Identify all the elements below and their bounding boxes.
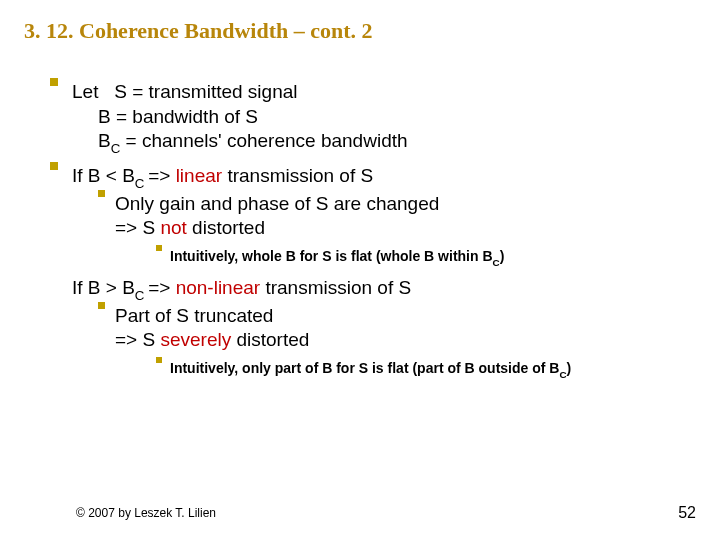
let-bc-sub: C	[111, 141, 121, 156]
linear-red: linear	[176, 165, 222, 186]
nonlinear-pre: If B > B	[72, 277, 135, 298]
square-bullet-icon	[156, 245, 162, 251]
linear-sub1b-post: distorted	[187, 217, 265, 238]
linear-sub1b-red: not	[160, 217, 186, 238]
let-bc-post: = channels' coherence bandwidth	[120, 130, 407, 151]
nonlinear-note: Intuitively, only part of B for S is fla…	[170, 359, 571, 381]
let-block: Let S = transmitted signal	[50, 80, 696, 105]
nonlinear-mid: =>	[148, 277, 175, 298]
let-bc: BC = channels' coherence bandwidth	[98, 129, 696, 156]
square-bullet-icon	[156, 357, 162, 363]
nonlinear-note-row: Intuitively, only part of B for S is fla…	[156, 359, 696, 381]
linear-note: Intuitively, whole B for S is flat (whol…	[170, 247, 504, 269]
let-s: S = transmitted signal	[114, 81, 297, 102]
nonlinear-block: If B > BC => non-linear transmission of …	[72, 276, 696, 303]
nonlinear-sub1: Part of S truncated	[115, 304, 273, 329]
nonlinear-sub1b: => S severely distorted	[115, 328, 696, 353]
nonlinear-note-sub: C	[559, 369, 566, 380]
linear-mid: =>	[148, 165, 175, 186]
linear-block: If B < BC => linear transmission of S	[50, 164, 696, 191]
linear-sub: C	[135, 176, 148, 191]
square-bullet-icon	[98, 302, 105, 309]
linear-sub1b-pre: => S	[115, 217, 160, 238]
nonlinear-note-pre: Intuitively, only part of B for S is fla…	[170, 360, 559, 376]
square-bullet-icon	[98, 190, 105, 197]
nonlinear-sub1b-red: severely	[160, 329, 231, 350]
linear-note-sub: C	[493, 257, 500, 268]
linear-sub1b: => S not distorted	[115, 216, 696, 241]
page-number: 52	[678, 504, 696, 522]
copyright-text: © 2007 by Leszek T. Lilien	[76, 506, 216, 520]
nonlinear-sub1-row: Part of S truncated	[98, 304, 696, 329]
nonlinear-red: non-linear	[176, 277, 261, 298]
nonlinear-sub1b-post: distorted	[231, 329, 309, 350]
nonlinear-sub: C	[135, 288, 148, 303]
nonlinear-sub1b-pre: => S	[115, 329, 160, 350]
square-bullet-icon	[50, 162, 58, 170]
square-bullet-icon	[50, 78, 58, 86]
linear-sub1: Only gain and phase of S are changed	[115, 192, 439, 217]
linear-note-pre: Intuitively, whole B for S is flat (whol…	[170, 248, 493, 264]
linear-post: transmission of S	[222, 165, 373, 186]
let-b: B = bandwidth of S	[98, 105, 696, 130]
slide-title: 3. 12. Coherence Bandwidth – cont. 2	[0, 0, 720, 44]
linear-note-row: Intuitively, whole B for S is flat (whol…	[156, 247, 696, 269]
slide-body: Let S = transmitted signal B = bandwidth…	[0, 44, 720, 380]
linear-sub1-row: Only gain and phase of S are changed	[98, 192, 696, 217]
let-lead: Let	[72, 81, 98, 102]
nonlinear-note-post: )	[567, 360, 572, 376]
nonlinear-post: transmission of S	[260, 277, 411, 298]
linear-pre: If B < B	[72, 165, 135, 186]
let-bc-pre: B	[98, 130, 111, 151]
linear-note-post: )	[500, 248, 505, 264]
